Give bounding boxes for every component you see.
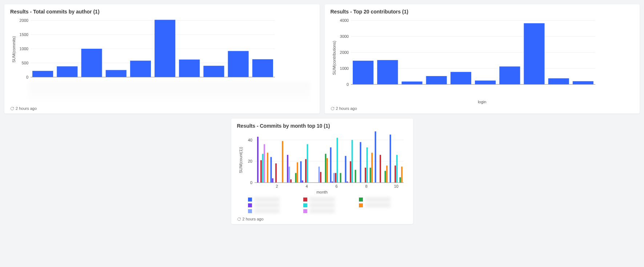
bar <box>257 137 258 183</box>
bar <box>364 168 366 183</box>
card-footer: 2 hours ago <box>331 106 634 111</box>
bar <box>351 140 353 183</box>
chart-card-commits-by-author[interactable]: Results - Total commits by author (1) SU… <box>4 4 320 113</box>
bar <box>325 154 326 183</box>
legend-swatch <box>359 203 363 207</box>
chart-legend <box>248 197 407 213</box>
svg-text:0: 0 <box>26 75 28 79</box>
svg-text:6: 6 <box>335 184 337 188</box>
svg-text:1000: 1000 <box>340 66 348 71</box>
bar <box>282 141 283 183</box>
svg-text:0: 0 <box>346 82 348 87</box>
bar <box>335 173 336 183</box>
bar <box>353 61 373 84</box>
bar <box>394 166 396 183</box>
bar <box>366 147 368 183</box>
legend-swatch <box>303 198 307 202</box>
card-footer: 2 hours ago <box>10 106 314 111</box>
bar <box>106 70 127 77</box>
bar <box>384 171 386 183</box>
legend-label-redacted <box>254 197 280 202</box>
bar <box>336 138 338 183</box>
legend-label-redacted <box>309 203 335 207</box>
legend-item[interactable] <box>359 209 407 213</box>
bar <box>396 155 397 183</box>
bar <box>290 179 291 183</box>
card-footer: 2 hours ago <box>237 217 407 221</box>
legend-label-redacted <box>365 197 391 202</box>
bar <box>371 153 373 183</box>
bar <box>264 144 265 183</box>
bar <box>379 155 381 183</box>
bar <box>305 159 306 183</box>
svg-text:2: 2 <box>276 184 278 188</box>
bar <box>401 81 422 84</box>
bar <box>377 60 398 84</box>
bar <box>270 157 272 183</box>
bar <box>524 23 544 84</box>
legend-item[interactable] <box>359 203 407 207</box>
chart-area: SUM(commits) 0500100015002000 <box>10 17 314 104</box>
bar <box>267 153 268 183</box>
bar <box>320 172 321 183</box>
svg-text:500: 500 <box>22 61 28 65</box>
legend-item[interactable] <box>303 203 352 207</box>
bar <box>297 162 298 183</box>
bar <box>288 167 290 183</box>
legend-label-redacted <box>309 197 335 202</box>
svg-text:3000: 3000 <box>340 34 348 39</box>
card-title: Results - Total commits by author (1) <box>10 9 314 15</box>
legend-label-redacted <box>365 203 391 207</box>
bar <box>327 158 328 183</box>
bar <box>345 156 346 183</box>
bar <box>318 167 320 183</box>
bar <box>450 72 471 84</box>
chart-card-commits-by-month[interactable]: Results - Commits by month top 10 (1) SU… <box>231 119 413 224</box>
bar <box>333 173 335 183</box>
bar <box>272 178 273 183</box>
svg-text:2000: 2000 <box>340 50 348 55</box>
bar <box>330 147 331 183</box>
legend-label-redacted <box>309 209 335 213</box>
card-title: Results - Top 20 contributors (1) <box>331 9 634 15</box>
bar <box>401 167 403 183</box>
bar <box>262 154 263 183</box>
svg-text:1500: 1500 <box>20 32 28 37</box>
legend-label-redacted <box>254 203 280 207</box>
bar <box>81 49 102 77</box>
legend-item[interactable] <box>248 203 296 207</box>
y-axis-label: SUM(contributions) <box>331 17 336 99</box>
svg-text:20: 20 <box>248 159 252 163</box>
legend-swatch <box>248 209 252 213</box>
bar <box>301 180 303 183</box>
refresh-icon <box>237 217 241 221</box>
legend-swatch <box>248 203 252 207</box>
chart-card-top-contributors[interactable]: Results - Top 20 contributors (1) SUM(co… <box>325 4 640 113</box>
svg-text:4000: 4000 <box>340 18 348 23</box>
legend-item[interactable] <box>303 209 352 213</box>
svg-text:1000: 1000 <box>20 47 28 51</box>
svg-text:2000: 2000 <box>20 18 28 23</box>
legend-swatch <box>359 198 363 202</box>
bar <box>369 168 371 183</box>
bar <box>340 173 341 183</box>
bar <box>499 67 520 84</box>
legend-item[interactable] <box>248 197 296 202</box>
bar <box>307 144 308 183</box>
legend-item[interactable] <box>248 209 296 213</box>
legend-swatch <box>248 198 252 202</box>
bar <box>548 78 569 84</box>
refresh-icon <box>331 107 335 111</box>
card-title: Results - Commits by month top 10 (1) <box>237 123 407 129</box>
svg-text:8: 8 <box>365 184 367 188</box>
bar <box>252 59 273 77</box>
y-axis-label: SUM(count(1)) <box>237 131 243 189</box>
bar <box>179 60 200 77</box>
legend-item[interactable] <box>359 197 407 202</box>
bar-chart: 01000200030004000 <box>336 17 598 89</box>
bar <box>203 66 224 77</box>
x-axis-labels-redacted <box>28 82 310 104</box>
legend-item[interactable] <box>303 197 352 202</box>
bar <box>355 170 356 183</box>
svg-text:0: 0 <box>250 180 252 185</box>
